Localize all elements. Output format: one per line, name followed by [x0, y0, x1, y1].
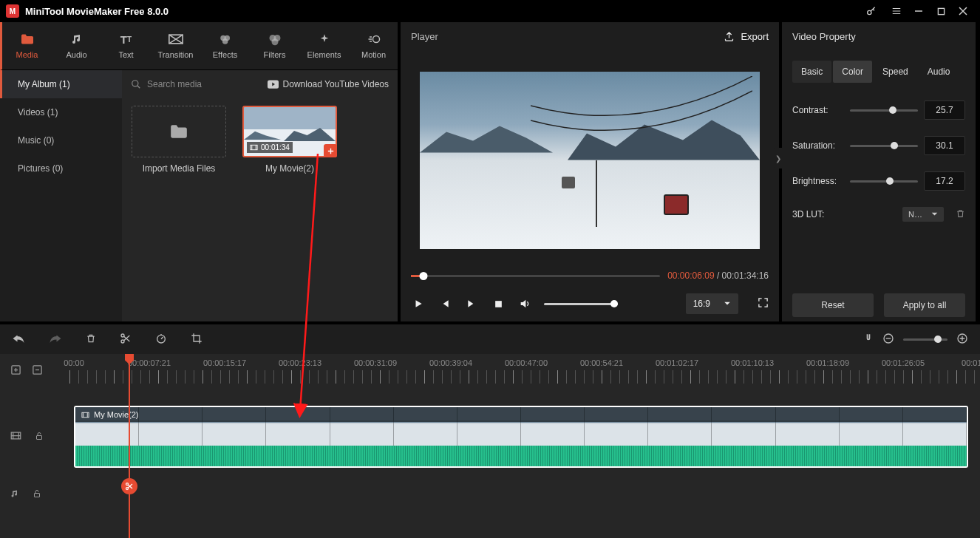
ruler-label: 00:00:15:17	[203, 358, 246, 367]
add-track-button[interactable]	[10, 364, 21, 378]
download-youtube-link[interactable]: Download YouTube Videos	[268, 79, 389, 89]
license-key-icon[interactable]	[860, 0, 882, 22]
svg-rect-1	[938, 8, 944, 14]
tab-filters[interactable]: Filters	[250, 22, 299, 69]
snap-button[interactable]	[863, 333, 874, 347]
speed-button[interactable]	[155, 333, 167, 347]
tab-media[interactable]: Media	[2, 22, 52, 69]
clip-waveform	[75, 446, 967, 466]
app-logo: M	[6, 4, 19, 18]
contrast-value[interactable]: 25.7	[924, 101, 965, 120]
minimize-button[interactable]	[908, 0, 930, 22]
tab-effects[interactable]: Effects	[200, 22, 250, 69]
zoom-out-button[interactable]	[882, 333, 894, 347]
tab-audio-prop[interactable]: Audio	[919, 61, 959, 83]
tab-text[interactable]: TT Text	[101, 22, 151, 69]
import-dropzone[interactable]	[132, 106, 226, 157]
lut-delete-button[interactable]	[956, 208, 965, 221]
transition-icon	[169, 33, 183, 46]
filters-icon	[268, 33, 282, 46]
aspect-ratio-select[interactable]: 16:9	[686, 293, 738, 314]
search-input[interactable]: Search media	[131, 79, 268, 89]
ruler-label: 00:01:26:05	[882, 358, 925, 367]
lut-value: N…	[908, 210, 922, 219]
aspect-value: 16:9	[693, 299, 710, 309]
sidebar-item-music[interactable]: Music (0)	[0, 126, 122, 154]
svg-point-21	[126, 483, 129, 486]
crop-button[interactable]	[191, 333, 203, 347]
tab-color[interactable]: Color	[833, 61, 872, 83]
add-to-timeline-button[interactable]	[324, 144, 337, 157]
ruler-label: 00:00:23:13	[279, 358, 321, 367]
zoom-in-button[interactable]	[956, 333, 968, 347]
scissors-icon[interactable]	[121, 478, 137, 494]
close-button[interactable]	[952, 0, 974, 22]
timeline-tracks: My Movie(2)	[0, 388, 980, 538]
brightness-row: Brightness: 17.2	[792, 171, 965, 191]
remove-track-button[interactable]	[32, 364, 43, 378]
audio-track-content[interactable]	[69, 480, 980, 509]
import-media-card[interactable]: Import Media Files	[131, 106, 227, 174]
menu-icon[interactable]	[885, 0, 908, 22]
volume-button[interactable]	[517, 296, 532, 311]
video-track-content[interactable]: My Movie(2)	[69, 406, 980, 468]
svg-rect-13	[495, 301, 502, 307]
next-frame-button[interactable]	[464, 296, 479, 311]
lock-button[interactable]	[35, 431, 44, 443]
apply-all-button[interactable]: Apply to all	[884, 293, 965, 317]
timeline-ruler[interactable]: 00:0000:00:07:2100:00:15:1700:00:23:1300…	[69, 354, 980, 388]
delete-button[interactable]	[86, 333, 96, 347]
contrast-slider[interactable]	[850, 109, 918, 112]
sidebar-item-pictures[interactable]: Pictures (0)	[0, 154, 122, 183]
tab-transition[interactable]: Transition	[151, 22, 200, 69]
preview-canvas[interactable]	[420, 72, 760, 249]
tab-text-label: Text	[118, 50, 133, 59]
split-button[interactable]	[120, 333, 132, 347]
tab-filters-label: Filters	[264, 50, 286, 59]
reset-button[interactable]: Reset	[792, 293, 874, 317]
tab-elements-label: Elements	[307, 50, 341, 59]
ruler-label: 00:01:10:13	[731, 358, 774, 367]
lut-select[interactable]: N…	[902, 207, 944, 222]
film-icon	[81, 412, 89, 418]
undo-button[interactable]	[12, 333, 25, 346]
tab-basic[interactable]: Basic	[792, 61, 831, 83]
saturation-slider[interactable]	[850, 145, 918, 147]
clip-thumbnail[interactable]: 00:01:34	[242, 106, 337, 157]
brightness-label: Brightness:	[792, 176, 844, 186]
fullscreen-button[interactable]	[758, 297, 769, 310]
youtube-icon	[268, 80, 279, 89]
stop-button[interactable]	[491, 296, 506, 311]
player-title: Player	[411, 31, 724, 42]
brightness-slider[interactable]	[850, 180, 918, 183]
svg-point-0	[868, 10, 871, 14]
saturation-value[interactable]: 30.1	[924, 136, 965, 155]
folder-icon	[169, 123, 188, 140]
volume-slider[interactable]	[544, 303, 618, 305]
tab-audio[interactable]: Audio	[52, 22, 101, 69]
play-button[interactable]	[411, 296, 426, 311]
ruler-label: 00:00:07:21	[128, 358, 171, 367]
timeline-clip[interactable]: My Movie(2)	[74, 406, 968, 468]
zoom-slider[interactable]	[903, 338, 947, 341]
tab-motion[interactable]: Motion	[349, 22, 398, 69]
brightness-value[interactable]: 17.2	[924, 171, 965, 191]
media-toolbar: Search media Download YouTube Videos	[122, 70, 398, 98]
redo-button[interactable]	[49, 333, 62, 346]
media-clip-card[interactable]: 00:01:34 My Movie(2)	[242, 106, 338, 174]
library-pane: Media Audio TT Text Transition Effects F…	[0, 22, 398, 321]
sidebar-item-myalbum[interactable]: My Album (1)	[0, 70, 122, 98]
ruler-label: 00:01:18:09	[806, 358, 849, 367]
lock-button[interactable]	[33, 488, 41, 501]
export-button[interactable]: Export	[724, 31, 769, 42]
sidebar-item-videos[interactable]: Videos (1)	[0, 98, 122, 126]
progress-slider[interactable]	[411, 275, 660, 277]
maximize-button[interactable]	[930, 0, 952, 22]
svg-point-9	[372, 36, 379, 43]
playhead[interactable]	[129, 354, 130, 538]
collapse-panel-button[interactable]: ❯	[774, 148, 782, 168]
clip-header: My Movie(2)	[75, 407, 967, 422]
prev-frame-button[interactable]	[438, 296, 452, 311]
tab-elements[interactable]: Elements	[299, 22, 349, 69]
tab-speed[interactable]: Speed	[874, 61, 917, 83]
